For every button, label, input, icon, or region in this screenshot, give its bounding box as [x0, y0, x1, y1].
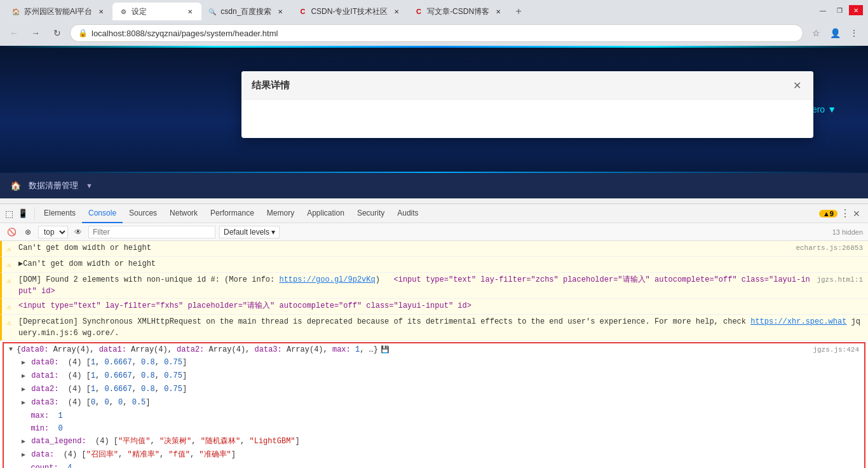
console-line-5: ⚠ [Deprecation] Synchronous XMLHttpReque…	[0, 315, 868, 341]
bookmark-button[interactable]: ☆	[807, 24, 825, 42]
tab-1[interactable]: 🏠 苏州园区智能AI平台 ✕	[5, 3, 112, 20]
tab-4-close[interactable]: ✕	[391, 6, 402, 17]
prop-data-legend: data_legend: (4) ["平均值", "决策树", "随机森林", …	[17, 435, 864, 448]
console-file-1[interactable]: echarts.js:26853	[796, 242, 863, 254]
console-output[interactable]: ⚠ Can't get dom width or height echarts.…	[0, 241, 868, 468]
sub-header: 🏠 数据清册管理 ▼	[0, 173, 868, 198]
expand-data[interactable]	[22, 451, 25, 458]
context-selector[interactable]: top	[38, 226, 68, 238]
xhr-link[interactable]: https://xhr.spec.what	[750, 317, 846, 326]
url-bar[interactable]: 🔒 localhost:8088/szyqznai/pages/system/h…	[70, 24, 803, 42]
val-data1: (4) [1, 0.6667, 0.8, 0.75]	[64, 371, 187, 380]
key-data0: data0:	[31, 358, 58, 367]
forward-button[interactable]: →	[27, 24, 44, 42]
prop-max: max: 1	[17, 410, 864, 422]
expand-data1[interactable]	[22, 373, 25, 380]
tab-3-title: csdn_百度搜索	[220, 6, 271, 17]
val-max: 1	[53, 411, 62, 420]
user-button[interactable]: 👤	[826, 24, 844, 42]
tab-5-favicon: C	[414, 7, 423, 16]
prop-min: min: 0	[17, 422, 864, 435]
devtools-tab-console[interactable]: Console	[82, 204, 123, 223]
devtools-tab-security[interactable]: Security	[351, 204, 391, 223]
user-dropdown-icon[interactable]: ▼	[827, 104, 836, 114]
console-clear-btn[interactable]: 🚫	[5, 226, 18, 238]
tab-4[interactable]: C CSDN-专业IT技术社区 ✕	[292, 3, 408, 20]
expand-object-arrow[interactable]	[9, 344, 13, 355]
new-tab-button[interactable]: +	[510, 3, 527, 20]
console-toolbar: 🚫 ⊗ top 👁 Default levels ▾ 13 hidden	[0, 223, 868, 241]
back-button[interactable]: ←	[5, 24, 23, 42]
sub-nav-arrow[interactable]: ▼	[86, 182, 93, 189]
devtools-tab-network[interactable]: Network	[163, 204, 204, 223]
minimize-button[interactable]: —	[816, 5, 830, 15]
warn-icon-5: ⚠	[7, 317, 16, 329]
maximize-button[interactable]: ❐	[832, 5, 846, 15]
tab-5[interactable]: C 写文章-CSDN博客 ✕	[408, 3, 510, 20]
devtools-device-btn[interactable]: 📱	[17, 207, 29, 220]
val-min: 0	[53, 424, 62, 433]
close-button[interactable]: ✕	[849, 5, 863, 15]
object-summary: {data0: Array(4), data1: Array(4), data2…	[17, 344, 378, 355]
tab-4-favicon: C	[298, 7, 307, 16]
tab-2[interactable]: ⚙ 设定 ✕	[112, 3, 201, 20]
devtools-tab-memory[interactable]: Memory	[261, 204, 301, 223]
devtools-panel: ⬚ 📱 Elements Console Sources Network Per…	[0, 203, 868, 468]
address-bar: ← → ↻ 🔒 localhost:8088/szyqznai/pages/sy…	[0, 20, 868, 46]
home-icon: 🏠	[10, 181, 21, 191]
dom-link[interactable]: https://goo.gl/9p2vKq	[279, 275, 375, 284]
object-props: data0: (4) [1, 0.6667, 0.8, 0.75] data1:…	[4, 356, 864, 468]
object-file[interactable]: jgzs.js:424	[813, 344, 859, 355]
devtools-tab-application[interactable]: Application	[301, 204, 351, 223]
devtools-more-btn[interactable]: ⋮	[840, 207, 850, 219]
refresh-button[interactable]: ↻	[48, 24, 66, 42]
expand-data2[interactable]	[22, 386, 25, 393]
tab-5-close[interactable]: ✕	[493, 6, 503, 17]
log-levels-dropdown[interactable]: Default levels ▾	[219, 226, 280, 238]
devtools-tab-elements[interactable]: Elements	[37, 204, 82, 223]
key-count: count:	[31, 464, 58, 468]
console-text-2: ▶Can't get dom width or height	[18, 258, 863, 270]
devtools-tab-sources[interactable]: Sources	[123, 204, 163, 223]
console-line-3: ⚠ [DOM] Found 2 elements with non-unique…	[0, 273, 868, 299]
tab-3-close[interactable]: ✕	[275, 6, 285, 17]
key-data2: data2:	[31, 385, 58, 394]
devtools-tabs: Elements Console Sources Network Perform…	[37, 204, 819, 223]
key-max: max:	[31, 411, 49, 420]
console-text-5: [Deprecation] Synchronous XMLHttpRequest…	[18, 316, 863, 339]
devtools-tab-performance[interactable]: Performance	[204, 204, 261, 223]
tab-2-close[interactable]: ✕	[185, 6, 195, 17]
eye-icon[interactable]: 👁	[72, 226, 85, 238]
val-data2: (4) [1, 0.6667, 0.8, 0.75]	[64, 385, 187, 394]
tabs-container: 🏠 苏州园区智能AI平台 ✕ ⚙ 设定 ✕ 🔍 csdn_百度搜索 ✕ C CS…	[5, 0, 811, 20]
devtools-inspect-btn[interactable]: ⬚	[3, 207, 15, 220]
tab-1-favicon: 🏠	[11, 7, 20, 16]
menu-button[interactable]: ⋮	[845, 24, 863, 42]
expand-data0[interactable]	[22, 359, 25, 366]
console-filter-btn[interactable]: ⊗	[22, 226, 34, 238]
expand-legend[interactable]	[22, 438, 25, 445]
dialog-body	[241, 100, 813, 138]
val-data0: (4) [1, 0.6667, 0.8, 0.75]	[64, 358, 187, 367]
key-data1: data1:	[31, 371, 58, 380]
console-text-4: <input type="text" lay-filter="fxhs" pla…	[18, 300, 863, 312]
devtools-close-btn[interactable]: ✕	[853, 209, 860, 219]
devtools-right-controls: ▲9 ⋮ ✕	[819, 207, 865, 219]
prop-data1: data1: (4) [1, 0.6667, 0.8, 0.75]	[17, 369, 864, 383]
key-legend: data_legend:	[31, 437, 86, 446]
key-min: min:	[31, 424, 49, 433]
tab-3[interactable]: 🔍 csdn_百度搜索 ✕	[201, 3, 292, 20]
tab-2-favicon: ⚙	[119, 7, 128, 16]
lock-icon: 🔒	[78, 29, 88, 38]
tab-1-close[interactable]: ✕	[96, 6, 106, 17]
filter-input[interactable]	[88, 226, 215, 238]
dialog-close-button[interactable]: ✕	[790, 79, 803, 92]
window-controls: — ❐ ✕	[811, 5, 863, 15]
expand-data3[interactable]	[22, 399, 25, 406]
console-line-2: ⚠ ▶Can't get dom width or height	[0, 257, 868, 273]
devtools-tab-audits[interactable]: Audits	[391, 204, 424, 223]
url-text: localhost:8088/szyqznai/pages/system/hea…	[92, 29, 795, 38]
sub-nav-label: 数据清册管理	[29, 180, 78, 191]
prop-data0: data0: (4) [1, 0.6667, 0.8, 0.75]	[17, 356, 864, 369]
console-file-3[interactable]: jgzs.html:1	[817, 274, 863, 286]
